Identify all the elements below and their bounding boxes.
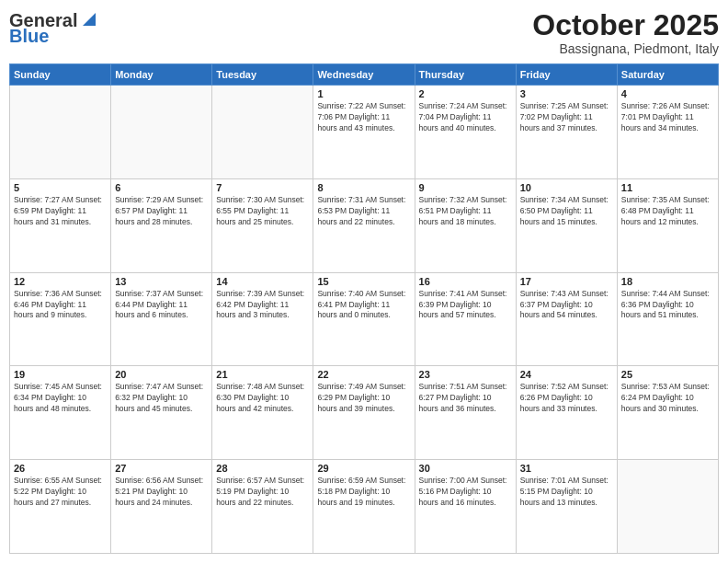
day-info: Sunrise: 7:41 AM Sunset: 6:39 PM Dayligh… <box>419 289 512 322</box>
col-thursday: Thursday <box>415 64 516 86</box>
day-info: Sunrise: 7:48 AM Sunset: 6:30 PM Dayligh… <box>216 382 309 415</box>
day-info: Sunrise: 7:30 AM Sunset: 6:55 PM Dayligh… <box>216 195 309 228</box>
day-info: Sunrise: 7:47 AM Sunset: 6:32 PM Dayligh… <box>115 382 208 415</box>
cell-1-5: 10Sunrise: 7:34 AM Sunset: 6:50 PM Dayli… <box>516 178 617 272</box>
day-number: 19 <box>14 369 107 380</box>
cell-1-4: 9Sunrise: 7:32 AM Sunset: 6:51 PM Daylig… <box>415 178 516 272</box>
day-info: Sunrise: 7:40 AM Sunset: 6:41 PM Dayligh… <box>317 289 410 322</box>
day-number: 9 <box>419 182 512 193</box>
col-saturday: Saturday <box>617 64 718 86</box>
cell-0-1 <box>111 86 212 179</box>
cell-1-1: 6Sunrise: 7:29 AM Sunset: 6:57 PM Daylig… <box>111 178 212 272</box>
day-number: 17 <box>520 276 613 287</box>
day-number: 3 <box>520 88 613 99</box>
cell-0-2 <box>212 86 313 179</box>
header-row: Sunday Monday Tuesday Wednesday Thursday… <box>10 64 719 86</box>
cell-0-0 <box>10 86 111 179</box>
day-number: 25 <box>621 369 714 380</box>
day-number: 24 <box>520 369 613 380</box>
cell-4-5: 31Sunrise: 7:01 AM Sunset: 5:15 PM Dayli… <box>516 460 617 554</box>
day-info: Sunrise: 6:56 AM Sunset: 5:21 PM Dayligh… <box>115 476 208 509</box>
col-friday: Friday <box>516 64 617 86</box>
week-row-1: 1Sunrise: 7:22 AM Sunset: 7:06 PM Daylig… <box>10 86 719 179</box>
day-info: Sunrise: 6:55 AM Sunset: 5:22 PM Dayligh… <box>14 476 107 509</box>
cell-3-3: 22Sunrise: 7:49 AM Sunset: 6:29 PM Dayli… <box>313 366 415 460</box>
day-info: Sunrise: 7:37 AM Sunset: 6:44 PM Dayligh… <box>115 289 208 322</box>
location: Bassignana, Piedmont, Italy <box>532 41 719 56</box>
cell-1-2: 7Sunrise: 7:30 AM Sunset: 6:55 PM Daylig… <box>212 178 313 272</box>
day-number: 31 <box>520 463 613 474</box>
day-info: Sunrise: 7:27 AM Sunset: 6:59 PM Dayligh… <box>14 195 107 228</box>
cell-4-0: 26Sunrise: 6:55 AM Sunset: 5:22 PM Dayli… <box>10 460 111 554</box>
cell-4-3: 29Sunrise: 6:59 AM Sunset: 5:18 PM Dayli… <box>313 460 415 554</box>
calendar: Sunday Monday Tuesday Wednesday Thursday… <box>9 63 719 554</box>
day-info: Sunrise: 7:45 AM Sunset: 6:34 PM Dayligh… <box>14 382 107 415</box>
cell-0-3: 1Sunrise: 7:22 AM Sunset: 7:06 PM Daylig… <box>313 86 415 179</box>
day-number: 14 <box>216 276 309 287</box>
day-number: 6 <box>115 182 208 193</box>
day-info: Sunrise: 7:32 AM Sunset: 6:51 PM Dayligh… <box>419 195 512 228</box>
day-number: 10 <box>520 182 613 193</box>
cell-1-0: 5Sunrise: 7:27 AM Sunset: 6:59 PM Daylig… <box>10 178 111 272</box>
day-number: 13 <box>115 276 208 287</box>
col-sunday: Sunday <box>10 64 111 86</box>
day-info: Sunrise: 7:22 AM Sunset: 7:06 PM Dayligh… <box>317 101 410 134</box>
week-row-5: 26Sunrise: 6:55 AM Sunset: 5:22 PM Dayli… <box>10 460 719 554</box>
cell-2-0: 12Sunrise: 7:36 AM Sunset: 6:46 PM Dayli… <box>10 272 111 366</box>
day-info: Sunrise: 7:43 AM Sunset: 6:37 PM Dayligh… <box>520 289 613 322</box>
cell-1-6: 11Sunrise: 7:35 AM Sunset: 6:48 PM Dayli… <box>617 178 718 272</box>
day-info: Sunrise: 7:34 AM Sunset: 6:50 PM Dayligh… <box>520 195 613 228</box>
day-number: 27 <box>115 463 208 474</box>
day-number: 12 <box>14 276 107 287</box>
day-number: 16 <box>419 276 512 287</box>
cell-1-3: 8Sunrise: 7:31 AM Sunset: 6:53 PM Daylig… <box>313 178 415 272</box>
cell-4-4: 30Sunrise: 7:00 AM Sunset: 5:16 PM Dayli… <box>415 460 516 554</box>
day-info: Sunrise: 7:25 AM Sunset: 7:02 PM Dayligh… <box>520 101 613 134</box>
cell-3-0: 19Sunrise: 7:45 AM Sunset: 6:34 PM Dayli… <box>10 366 111 460</box>
day-info: Sunrise: 7:00 AM Sunset: 5:16 PM Dayligh… <box>419 476 512 509</box>
cell-3-6: 25Sunrise: 7:53 AM Sunset: 6:24 PM Dayli… <box>617 366 718 460</box>
cell-2-3: 15Sunrise: 7:40 AM Sunset: 6:41 PM Dayli… <box>313 272 415 366</box>
day-info: Sunrise: 7:53 AM Sunset: 6:24 PM Dayligh… <box>621 382 714 415</box>
week-row-3: 12Sunrise: 7:36 AM Sunset: 6:46 PM Dayli… <box>10 272 719 366</box>
day-number: 21 <box>216 369 309 380</box>
day-info: Sunrise: 7:44 AM Sunset: 6:36 PM Dayligh… <box>621 289 714 322</box>
cell-2-1: 13Sunrise: 7:37 AM Sunset: 6:44 PM Dayli… <box>111 272 212 366</box>
page: General Blue October 2025 Bassignana, Pi… <box>0 0 728 563</box>
day-number: 15 <box>317 276 410 287</box>
cell-0-6: 4Sunrise: 7:26 AM Sunset: 7:01 PM Daylig… <box>617 86 718 179</box>
day-info: Sunrise: 7:01 AM Sunset: 5:15 PM Dayligh… <box>520 476 613 509</box>
day-info: Sunrise: 7:36 AM Sunset: 6:46 PM Dayligh… <box>14 289 107 322</box>
cell-2-4: 16Sunrise: 7:41 AM Sunset: 6:39 PM Dayli… <box>415 272 516 366</box>
cell-3-1: 20Sunrise: 7:47 AM Sunset: 6:32 PM Dayli… <box>111 366 212 460</box>
logo-blue: Blue <box>9 26 49 47</box>
day-number: 5 <box>14 182 107 193</box>
day-number: 1 <box>317 88 410 99</box>
col-wednesday: Wednesday <box>313 64 415 86</box>
day-info: Sunrise: 7:35 AM Sunset: 6:48 PM Dayligh… <box>621 195 714 228</box>
day-info: Sunrise: 7:26 AM Sunset: 7:01 PM Dayligh… <box>621 101 714 134</box>
day-info: Sunrise: 6:57 AM Sunset: 5:19 PM Dayligh… <box>216 476 309 509</box>
day-number: 26 <box>14 463 107 474</box>
cell-3-5: 24Sunrise: 7:52 AM Sunset: 6:26 PM Dayli… <box>516 366 617 460</box>
day-number: 4 <box>621 88 714 99</box>
day-number: 7 <box>216 182 309 193</box>
cell-0-4: 2Sunrise: 7:24 AM Sunset: 7:04 PM Daylig… <box>415 86 516 179</box>
day-info: Sunrise: 7:49 AM Sunset: 6:29 PM Dayligh… <box>317 382 410 415</box>
cell-4-1: 27Sunrise: 6:56 AM Sunset: 5:21 PM Dayli… <box>111 460 212 554</box>
day-info: Sunrise: 6:59 AM Sunset: 5:18 PM Dayligh… <box>317 476 410 509</box>
day-number: 18 <box>621 276 714 287</box>
day-info: Sunrise: 7:51 AM Sunset: 6:27 PM Dayligh… <box>419 382 512 415</box>
day-number: 28 <box>216 463 309 474</box>
col-monday: Monday <box>111 64 212 86</box>
day-number: 30 <box>419 463 512 474</box>
logo-icon <box>79 9 99 29</box>
day-number: 8 <box>317 182 410 193</box>
cell-3-2: 21Sunrise: 7:48 AM Sunset: 6:30 PM Dayli… <box>212 366 313 460</box>
title-block: October 2025 Bassignana, Piedmont, Italy <box>532 9 719 56</box>
logo: General Blue <box>9 9 99 47</box>
cell-4-2: 28Sunrise: 6:57 AM Sunset: 5:19 PM Dayli… <box>212 460 313 554</box>
week-row-4: 19Sunrise: 7:45 AM Sunset: 6:34 PM Dayli… <box>10 366 719 460</box>
col-tuesday: Tuesday <box>212 64 313 86</box>
svg-marker-0 <box>83 13 96 26</box>
